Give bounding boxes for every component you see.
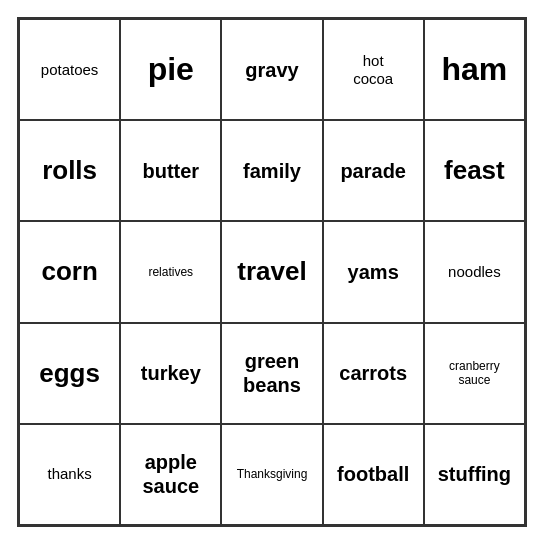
bingo-cell-16: turkey	[120, 323, 221, 424]
cell-text-14: noodles	[448, 263, 501, 281]
cell-text-12: travel	[237, 256, 306, 287]
cell-text-10: corn	[41, 256, 97, 287]
bingo-cell-5: rolls	[19, 120, 120, 221]
cell-text-17: greenbeans	[243, 349, 301, 397]
bingo-cell-23: football	[323, 424, 424, 525]
cell-text-5: rolls	[42, 155, 97, 186]
bingo-cell-4: ham	[424, 19, 525, 120]
bingo-card: potatoespiegravyhotcocoahamrollsbutterfa…	[17, 17, 527, 527]
cell-text-8: parade	[340, 159, 406, 183]
cell-text-2: gravy	[245, 58, 298, 82]
bingo-cell-21: applesauce	[120, 424, 221, 525]
bingo-cell-8: parade	[323, 120, 424, 221]
bingo-cell-9: feast	[424, 120, 525, 221]
bingo-cell-19: cranberrysauce	[424, 323, 525, 424]
cell-text-7: family	[243, 159, 301, 183]
cell-text-20: thanks	[47, 465, 91, 483]
bingo-cell-12: travel	[221, 221, 322, 322]
bingo-cell-0: potatoes	[19, 19, 120, 120]
bingo-cell-24: stuffing	[424, 424, 525, 525]
bingo-cell-22: Thanksgiving	[221, 424, 322, 525]
cell-text-11: relatives	[148, 265, 193, 279]
cell-text-22: Thanksgiving	[237, 467, 308, 481]
bingo-cell-7: family	[221, 120, 322, 221]
bingo-cell-2: gravy	[221, 19, 322, 120]
cell-text-9: feast	[444, 155, 505, 186]
cell-text-16: turkey	[141, 361, 201, 385]
cell-text-4: ham	[441, 50, 507, 88]
cell-text-23: football	[337, 462, 409, 486]
cell-text-24: stuffing	[438, 462, 511, 486]
bingo-cell-15: eggs	[19, 323, 120, 424]
bingo-cell-13: yams	[323, 221, 424, 322]
cell-text-3: hotcocoa	[353, 52, 393, 88]
bingo-cell-3: hotcocoa	[323, 19, 424, 120]
cell-text-13: yams	[348, 260, 399, 284]
cell-text-0: potatoes	[41, 61, 99, 79]
bingo-cell-18: carrots	[323, 323, 424, 424]
cell-text-18: carrots	[339, 361, 407, 385]
bingo-cell-6: butter	[120, 120, 221, 221]
bingo-cell-20: thanks	[19, 424, 120, 525]
bingo-cell-10: corn	[19, 221, 120, 322]
bingo-cell-17: greenbeans	[221, 323, 322, 424]
cell-text-1: pie	[148, 50, 194, 88]
bingo-cell-1: pie	[120, 19, 221, 120]
cell-text-6: butter	[142, 159, 199, 183]
cell-text-21: applesauce	[142, 450, 199, 498]
cell-text-19: cranberrysauce	[449, 359, 500, 388]
bingo-cell-11: relatives	[120, 221, 221, 322]
cell-text-15: eggs	[39, 358, 100, 389]
bingo-cell-14: noodles	[424, 221, 525, 322]
